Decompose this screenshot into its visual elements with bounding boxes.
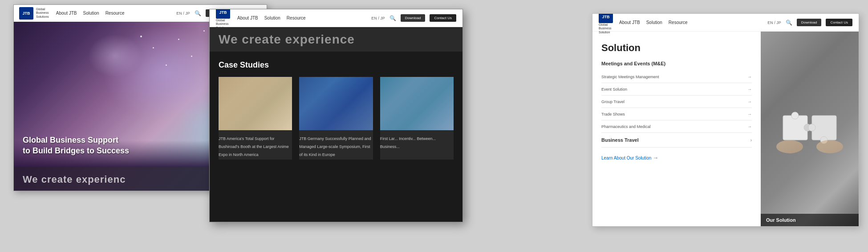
solution-item-ts-arrow: → <box>747 112 752 116</box>
case-card-text-3: First Lar... Incentiv... Between... Busi… <box>380 130 454 152</box>
nav-resource-1[interactable]: Resource <box>105 11 125 16</box>
solution-img-label: Our Solution <box>761 214 859 226</box>
solution-item-es-label: Event Solution <box>601 87 627 92</box>
nav-solution-2[interactable]: Solution <box>264 16 280 20</box>
puzzle-svg <box>774 102 845 156</box>
solution-item-es[interactable]: Event Solution → <box>601 83 752 96</box>
svg-point-6 <box>776 140 803 153</box>
hero-strip-text-2: We create experience <box>219 32 355 47</box>
solution-left: Solution Meetings and Events (M&E) Strat… <box>592 32 761 226</box>
nav-solution-3[interactable]: Solution <box>646 20 662 25</box>
logo-box-1: JTB GlobalBusinessSolutions <box>19 7 49 20</box>
nav-right-2: EN / JP 🔍 Download Contact Us <box>371 14 456 22</box>
puzzle-overlay <box>761 32 859 226</box>
solution-item-pm[interactable]: Pharmaceutics and Medical → <box>601 120 752 133</box>
case-card-desc-1: JTB America's Total Support for Bushiroa… <box>219 136 289 157</box>
case-card-3: First Lar... Incentiv... Between... Busi… <box>380 77 454 160</box>
solution-right-img: Our Solution <box>761 32 859 226</box>
case-card-text-2: JTB Germany Successfully Planned and Man… <box>299 130 373 160</box>
lang-toggle-2[interactable]: EN / JP <box>371 16 385 20</box>
logo-subtitle-2: GlobalBusinessSolution <box>216 19 230 30</box>
case-card-desc-3: First Lar... Incentiv... Between... Busi… <box>380 136 436 149</box>
svg-point-4 <box>808 124 815 131</box>
nav-resource-2[interactable]: Resource <box>287 16 306 20</box>
solution-item-smm-label: Strategic Meetings Management <box>601 75 659 79</box>
contact-button-3[interactable]: Contact Us <box>826 19 852 26</box>
case-cards: JTB America's Total Support for Bushiroa… <box>219 77 454 160</box>
screenshot-2: JTB GlobalBusinessSolution About JTB Sol… <box>209 9 463 222</box>
download-button-2[interactable]: Download <box>401 14 426 22</box>
jtb-logo-1: JTB <box>19 7 33 20</box>
hero-headline-1: Global Business Support to Build Bridges… <box>23 135 129 156</box>
case-card-img-3 <box>380 77 454 130</box>
learn-more-link[interactable]: Learn About Our Solution → <box>601 155 752 161</box>
nav-about-jtb-2[interactable]: About JTB <box>237 16 258 20</box>
case-card-img-1 <box>219 77 292 130</box>
solution-me-title: Meetings and Events (M&E) <box>601 61 752 66</box>
solution-right: Our Solution <box>761 32 859 226</box>
nav-links-3: About JTB Solution Resource <box>619 20 761 25</box>
contact-button-2[interactable]: Contact Us <box>430 14 456 22</box>
svg-point-1 <box>791 112 799 119</box>
search-icon-2[interactable]: 🔍 <box>389 15 396 21</box>
case-card-2: JTB Germany Successfully Planned and Man… <box>299 77 373 160</box>
logo-subtitle-1: GlobalBusinessSolutions <box>36 8 49 19</box>
jtb-logo-3: JTB <box>599 13 613 23</box>
screenshots-container: JTB GlobalBusinessSolutions About JTB So… <box>0 0 868 252</box>
solution-title: Solution <box>601 42 752 54</box>
solution-item-ts-label: Trade Shows <box>601 112 625 116</box>
lang-toggle-3[interactable]: EN / JP <box>767 20 781 25</box>
solution-item-smm-arrow: → <box>747 74 752 79</box>
lang-toggle-1[interactable]: EN / JP <box>176 11 190 16</box>
nav-about-jtb-3[interactable]: About JTB <box>619 20 640 25</box>
nav-solution-1[interactable]: Solution <box>83 11 99 16</box>
hero-strip-2: We create experience <box>210 27 462 52</box>
svg-point-7 <box>816 140 843 153</box>
nav-resource-3[interactable]: Resource <box>669 20 688 25</box>
case-studies-section: Case Studies JTB America's Total Support… <box>210 52 462 164</box>
solution-business-travel[interactable]: Business Travel › <box>601 133 752 148</box>
learn-more-text: Learn About Our Solution <box>601 156 651 160</box>
case-card-text-1: JTB America's Total Support for Bushiroa… <box>219 130 292 160</box>
screenshot-3: JTB GlobalBusinessSolution About JTB Sol… <box>592 13 859 227</box>
download-button-3[interactable]: Download <box>797 19 822 26</box>
solution-item-pm-arrow: → <box>747 124 752 129</box>
solution-content: Solution Meetings and Events (M&E) Strat… <box>592 32 859 226</box>
case-card-img-2 <box>299 77 373 130</box>
search-icon-1[interactable]: 🔍 <box>195 10 201 16</box>
solution-item-es-arrow: → <box>747 87 752 92</box>
solution-bt-label: Business Travel <box>601 137 639 143</box>
case-card-desc-2: JTB Germany Successfully Planned and Man… <box>299 136 371 157</box>
nav-links-1: About JTB Solution Resource <box>56 11 170 16</box>
search-icon-3[interactable]: 🔍 <box>786 20 792 26</box>
hero-tagline-text-1: We create experienc <box>23 174 126 185</box>
nav-right-3: EN / JP 🔍 Download Contact Us <box>767 19 852 26</box>
solution-item-gt[interactable]: Group Travel → <box>601 96 752 108</box>
solution-item-ts[interactable]: Trade Shows → <box>601 108 752 120</box>
case-studies-title: Case Studies <box>219 60 454 70</box>
solution-item-smm[interactable]: Strategic Meetings Management → <box>601 71 752 83</box>
logo-box-2: JTB GlobalBusinessSolution <box>216 9 230 30</box>
nav-about-jtb-1[interactable]: About JTB <box>56 11 77 16</box>
solution-item-pm-label: Pharmaceutics and Medical <box>601 124 651 129</box>
solution-item-gt-arrow: → <box>747 99 752 104</box>
solution-bt-arrow: › <box>750 138 752 143</box>
navbar-3: JTB GlobalBusinessSolution About JTB Sol… <box>592 14 859 32</box>
navbar-2: JTB GlobalBusinessSolution About JTB Sol… <box>210 9 462 27</box>
case-card-1: JTB America's Total Support for Bushiroa… <box>219 77 292 160</box>
learn-more-arrow: → <box>653 155 658 161</box>
solution-item-gt-label: Group Travel <box>601 100 625 104</box>
jtb-logo-2: JTB <box>216 9 230 19</box>
nav-links-2: About JTB Solution Resource <box>237 16 364 20</box>
